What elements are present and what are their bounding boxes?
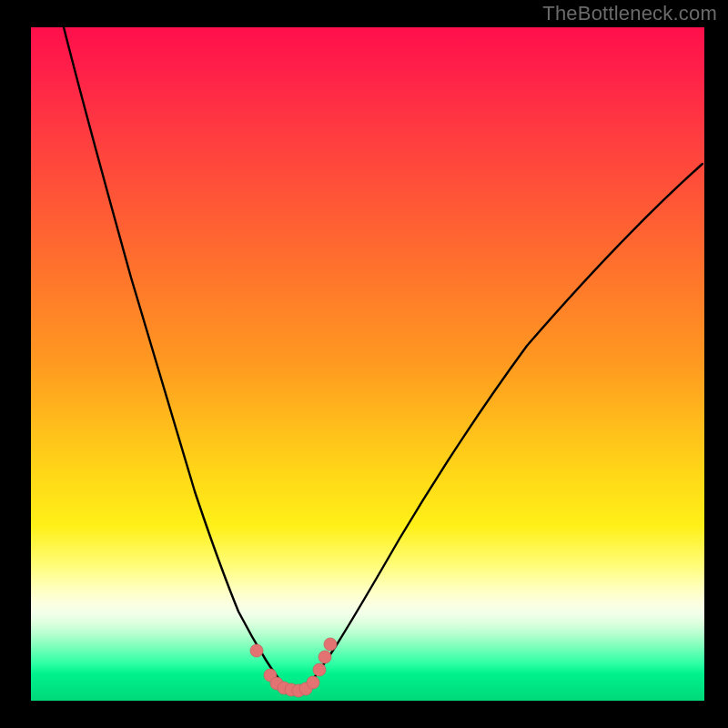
plot-area: [31, 27, 704, 701]
marker-point: [250, 644, 263, 657]
watermark-text: TheBottleneck.com: [542, 2, 717, 25]
marker-point: [313, 663, 326, 676]
curve-markers: [250, 638, 337, 697]
chart-frame: TheBottleneck.com: [0, 0, 728, 728]
marker-point: [324, 638, 337, 651]
marker-point: [307, 676, 319, 689]
marker-point: [318, 651, 331, 663]
curve-svg: [31, 27, 704, 701]
curve-left-branch: [64, 27, 284, 685]
curve-right-branch: [308, 164, 703, 685]
